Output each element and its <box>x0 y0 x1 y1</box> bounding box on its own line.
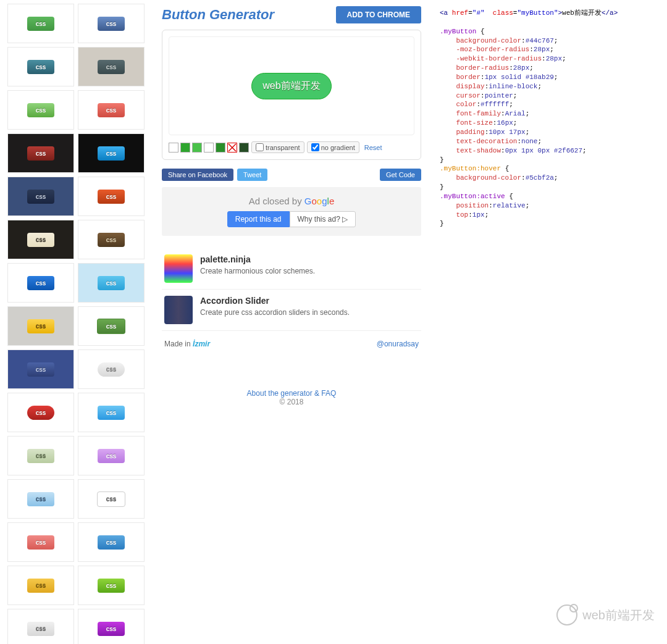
preset-0[interactable]: css <box>7 4 74 43</box>
color-swatch-6[interactable] <box>239 143 249 153</box>
promo-title: Accordion Slider <box>200 296 350 306</box>
preview-button[interactable]: web前端开发 <box>251 73 331 99</box>
preset-6[interactable]: css <box>7 133 74 173</box>
preset-27[interactable]: css <box>78 566 145 605</box>
preset-16[interactable]: css <box>7 349 74 389</box>
preset-3[interactable]: css <box>78 47 145 86</box>
color-swatch-2[interactable] <box>192 143 202 153</box>
preset-13[interactable]: css <box>78 263 145 303</box>
no-gradient-toggle[interactable]: no gradient <box>307 141 359 153</box>
preset-22[interactable]: css <box>7 479 74 519</box>
preset-5[interactable]: css <box>78 90 145 130</box>
preset-4[interactable]: css <box>7 90 74 130</box>
preset-1[interactable]: css <box>78 4 145 43</box>
color-swatch-3[interactable] <box>204 143 214 153</box>
preset-17[interactable]: css <box>78 349 145 389</box>
ad-closed-text: Ad closed by Google <box>170 196 413 206</box>
preview-area: web前端开发 <box>169 36 414 135</box>
preset-24[interactable]: css <box>7 522 74 562</box>
preset-20[interactable]: css <box>7 436 74 475</box>
preset-8[interactable]: css <box>7 177 74 216</box>
promo-0[interactable]: palette.ninjaCreate harmonious color sch… <box>162 248 421 290</box>
watermark: web前端开发 <box>556 604 655 625</box>
promo-icon <box>164 254 193 283</box>
made-in: Made in İzmir <box>164 340 210 348</box>
preset-26[interactable]: css <box>7 566 74 605</box>
preset-sidebar[interactable]: csscsscsscsscsscsscsscsscsscsscsscsscssc… <box>0 0 149 644</box>
preset-18[interactable]: css <box>7 393 74 432</box>
preset-19[interactable]: css <box>78 393 145 432</box>
report-ad-button[interactable]: Report this ad <box>227 211 290 227</box>
promo-1[interactable]: Accordion SliderCreate pure css accordio… <box>162 290 421 331</box>
color-swatch-0[interactable] <box>169 143 178 153</box>
color-swatch-1[interactable] <box>180 143 190 153</box>
add-to-chrome-button[interactable]: ADD TO CHROME <box>336 6 421 23</box>
preset-10[interactable]: css <box>7 220 74 259</box>
preset-2[interactable]: css <box>7 47 74 86</box>
wechat-icon <box>556 604 577 625</box>
code-panel[interactable]: <a href="#" class="myButton">web前端开发</a>… <box>434 0 667 644</box>
reset-link[interactable]: Reset <box>364 144 382 151</box>
share-facebook-button[interactable]: Share on Facebook <box>162 169 233 181</box>
preset-29[interactable]: css <box>78 609 145 644</box>
promo-title: palette.ninja <box>200 254 315 264</box>
preview-box: web前端开发 transparent no gradient Reset <box>162 30 421 160</box>
why-ad-button[interactable]: Why this ad? ▷ <box>290 211 356 227</box>
preset-11[interactable]: css <box>78 220 145 259</box>
tweet-button[interactable]: Tweet <box>237 169 267 181</box>
color-swatch-4[interactable] <box>216 143 225 153</box>
faq-link[interactable]: About the generator & FAQ <box>247 389 337 398</box>
main-panel: Button Generator ADD TO CHROME web前端开发 t… <box>149 0 434 644</box>
transparent-checkbox[interactable] <box>256 143 264 151</box>
preset-7[interactable]: css <box>78 133 145 173</box>
promo-icon <box>164 296 193 324</box>
ad-box: Ad closed by Google Report this ad Why t… <box>162 187 421 236</box>
preset-21[interactable]: css <box>78 436 145 475</box>
preset-14[interactable]: css <box>7 306 74 346</box>
preset-12[interactable]: css <box>7 263 74 303</box>
no-gradient-checkbox[interactable] <box>311 143 319 151</box>
twitter-handle[interactable]: @onuradsay <box>377 340 419 348</box>
page-title: Button Generator <box>162 7 274 23</box>
preset-23[interactable]: css <box>78 479 145 519</box>
controls-row: transparent no gradient Reset <box>169 141 414 153</box>
promo-desc: Create harmonious color schemes. <box>200 267 315 275</box>
preset-28[interactable]: css <box>7 609 74 644</box>
preset-15[interactable]: css <box>78 306 145 346</box>
transparent-toggle[interactable]: transparent <box>251 141 304 153</box>
get-code-button[interactable]: Get Code <box>380 169 421 181</box>
promo-desc: Create pure css accordion sliders in sec… <box>200 308 350 317</box>
color-swatch-5[interactable] <box>227 143 237 153</box>
copyright: © 2018 <box>280 398 304 406</box>
preset-9[interactable]: css <box>78 177 145 216</box>
preset-25[interactable]: css <box>78 522 145 562</box>
